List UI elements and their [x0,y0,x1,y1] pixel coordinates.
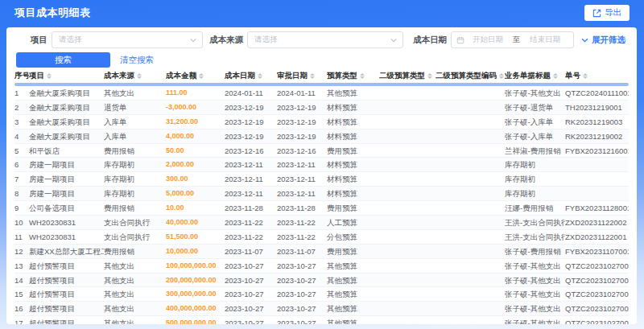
cell: 2023-11-28 [225,201,277,215]
cell: 库存期初 [505,172,565,186]
cell: 分包预算 [327,230,379,244]
column-label: 成本日期 [225,71,255,81]
column-header-1[interactable]: 项目 [29,71,104,81]
cell: 超付预警项目 [29,316,104,324]
table-body: 1金融大厦采购项目其他支出111.002024-01-112024-01-11其… [14,86,629,324]
cell: 库存期初 [104,187,166,200]
cell: FYBX20231128001 [565,201,629,215]
date-separator: 至 [511,35,522,45]
cell: 2023-10-27 [225,287,277,301]
table-row[interactable]: 10WH20230831支出合同执行40,000.002023-11-22202… [14,216,629,230]
actions-bar: 搜索 清空搜索 [14,52,629,68]
column-header-8[interactable]: 二级预算类型编码 [436,71,505,81]
cell: 费用报销 [104,144,166,158]
cell: 人工预算 [327,216,379,229]
cell: FYBX20231216001 [565,144,629,158]
cell: 张子硕-其他支出 [505,259,565,273]
cell: 库存期初 [104,172,166,186]
sort-icon[interactable] [258,73,262,79]
cell: 500,000,000.00 [166,316,225,324]
cell: 12 [14,245,29,258]
expand-filters-link[interactable]: 展开筛选 [581,35,625,46]
cell: WH20230831 [29,216,104,229]
search-button[interactable]: 搜索 [16,52,110,68]
column-header-2[interactable]: 成本来源 [104,71,166,81]
table-row[interactable]: 4金融大厦采购项目入库单4,000.002023-12-192023-12-19… [14,130,629,144]
page-title: 项目成本明细表 [14,6,91,20]
cell: 15 [14,287,29,301]
sort-icon[interactable] [199,73,204,79]
table-row[interactable]: 13超付预警项目其他支出100,000,000.002023-10-272023… [14,259,629,273]
cell: 2023-12-19 [225,115,277,129]
cell: 7 [14,172,29,186]
column-header-6[interactable]: 预算类型 [327,71,379,81]
column-header-10[interactable]: 单号 [565,71,629,81]
chevron-down-icon [581,38,588,43]
cost-source-select[interactable]: 请选择 [247,31,403,48]
table-row[interactable]: 6房建一期项目库存期初2,000.002023-12-112023-12-11材… [14,158,629,172]
cell: 9 [14,201,29,215]
cell: 退货单 [104,101,166,114]
cell: 2023-11-22 [225,230,277,244]
cell: 张子硕-其他支出 [505,316,565,324]
cell: 入库单 [104,130,166,143]
table-row[interactable]: 17超付预警项目其他支出500,000,000.002023-10-272023… [14,316,629,324]
cell: 费用预算 [327,245,379,258]
cell: QTZC20231027002 [565,273,629,287]
table-row[interactable]: 12新建XX总部大厦工程二期费用报销10,000.002023-11-07202… [14,245,629,259]
table-row[interactable]: 5和平饭店费用报销50.002023-12-162023-12-16费用预算兰祥… [14,144,629,158]
export-label: 导出 [605,7,621,19]
sort-icon[interactable] [427,73,432,79]
clear-search-link[interactable]: 清空搜索 [120,55,154,66]
cell: QTZC20231027002 [565,287,629,301]
cell: 14 [14,273,29,287]
column-header-0: 序号 [14,71,29,81]
sort-icon[interactable] [47,73,52,79]
cell: 其他预算 [327,273,379,287]
cell: 2023-12-19 [277,101,327,114]
cell: 2023-12-11 [277,158,327,171]
project-placeholder: 请选择 [59,35,82,45]
cell: 2023-12-19 [225,130,277,143]
column-header-5[interactable]: 审批日期 [277,71,327,81]
table-row[interactable]: 16超付预警项目其他支出400,000,000.002023-10-272023… [14,302,629,316]
cell: 张子硕-入库单 [505,115,565,129]
table-row[interactable]: 1金融大厦采购项目其他支出111.002024-01-112024-01-11其… [14,86,629,101]
column-header-3[interactable]: 成本金额 [166,71,225,81]
cell: 张子硕-其他支出 [505,86,565,100]
table-row[interactable]: 14超付预警项目其他支出200,000,000.002023-10-272023… [14,273,629,288]
export-button[interactable]: 导出 [584,5,630,21]
cell: 超付预警项目 [29,287,104,301]
column-header-7[interactable]: 二级预算类型 [379,71,436,81]
table-row[interactable]: 9公司备选项目费用报销10.002023-11-282023-11-28费用预算… [14,201,629,216]
table-row[interactable]: 11WH20230831支出合同执行51,500.002023-11-22202… [14,230,629,245]
table-row[interactable]: 15超付预警项目其他支出300,000,000.002023-10-272023… [14,287,629,302]
scrollbar-thumb[interactable] [14,83,629,86]
table-row[interactable]: 3金融大厦采购项目入库单31,200.002023-12-192023-12-1… [14,115,629,130]
column-header-4[interactable]: 成本日期 [225,71,277,81]
cell: 其他预算 [327,86,379,100]
column-header-9[interactable]: 业务单据标题 [505,71,565,81]
sort-icon[interactable] [310,73,315,79]
column-label: 二级预算类型编码 [436,71,497,81]
column-label: 项目 [29,71,44,81]
sort-icon[interactable] [137,73,142,79]
sort-icon[interactable] [583,73,588,79]
table-row[interactable]: 7房建一期项目库存期初300.002023-12-112023-12-11材料预… [14,172,629,187]
cell: 其他预算 [327,287,379,301]
table-row[interactable]: 8房建一期项目库存期初5,000.002023-12-112023-12-11材… [14,187,629,201]
cell: 2023-11-22 [225,216,277,229]
cell: 金融大厦采购项目 [29,86,104,100]
cell: 入库单 [104,115,166,129]
sort-icon[interactable] [499,73,504,79]
column-label: 成本来源 [104,71,134,81]
cell: 10,000.00 [166,245,225,258]
sort-icon[interactable] [360,73,365,79]
cell: QTZC20240111001 [565,86,629,100]
cost-date-range-input[interactable]: 开始日期 至 结束日期 [451,31,574,48]
cell: 11 [14,230,29,244]
cell: RK20231219002 [565,130,629,143]
sort-icon[interactable] [553,73,558,79]
project-select[interactable]: 请选择 [52,31,203,48]
table-row[interactable]: 2金融大厦采购项目退货单-3,000.002023-12-192023-12-1… [14,101,629,115]
